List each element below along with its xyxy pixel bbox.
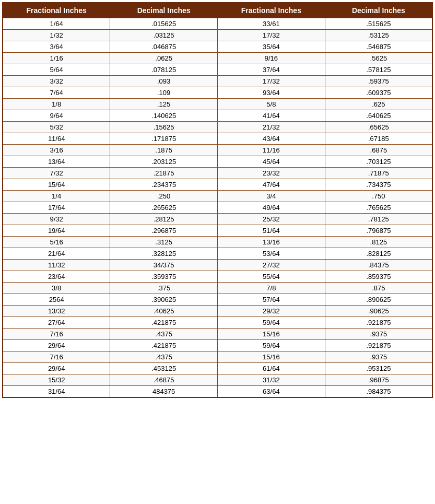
cell-fractional: 47/64 (217, 179, 325, 191)
cell-fractional: 3/4 (217, 191, 325, 202)
cell-fractional: 31/32 (217, 374, 325, 386)
cell-decimal: .046875 (110, 41, 218, 53)
cell-fractional: 15/16 (217, 329, 325, 340)
cell-fractional: 29/64 (3, 363, 110, 374)
cell-decimal: .609375 (325, 87, 432, 99)
cell-fractional: 57/64 (217, 294, 325, 306)
cell-decimal: .8125 (325, 237, 432, 248)
cell-decimal: .203125 (110, 156, 218, 168)
cell-fractional: 11/64 (3, 133, 110, 145)
cell-decimal: .65625 (325, 122, 432, 133)
cell-fractional: 45/64 (217, 156, 325, 168)
cell-decimal: .9375 (325, 329, 432, 340)
table-row: 1/8.1255/8.625 (3, 99, 432, 110)
cell-fractional: 49/64 (217, 202, 325, 214)
cell-decimal: .1875 (110, 145, 218, 156)
cell-fractional: 29/64 (3, 340, 110, 351)
cell-fractional: 55/64 (217, 271, 325, 283)
cell-decimal: .078125 (110, 64, 218, 76)
cell-decimal: .921875 (325, 317, 432, 329)
cell-decimal: .78125 (325, 214, 432, 225)
cell-fractional: 53/64 (217, 248, 325, 260)
cell-fractional: 21/64 (3, 248, 110, 260)
table-row: 3/32.09317/32.59375 (3, 76, 432, 87)
table-row: 3/16.187511/16.6875 (3, 145, 432, 156)
table-row: 27/64.42187559/64.921875 (3, 317, 432, 329)
header-decimal: Decimal Inches (110, 3, 218, 18)
cell-fractional: 7/8 (217, 283, 325, 294)
table-row: 11/3234/37527/32.84375 (3, 260, 432, 271)
table-row: 29/64.42187559/64.921875 (3, 340, 432, 351)
cell-decimal: .625 (325, 99, 432, 110)
cell-decimal: .4375 (110, 351, 218, 363)
cell-decimal: .578125 (325, 64, 432, 76)
cell-decimal: .953125 (325, 363, 432, 374)
table-row: 15/32.4687531/32.96875 (3, 374, 432, 386)
cell-fractional: 3/8 (3, 283, 110, 294)
table-row: 1/32.0312517/32.53125 (3, 30, 432, 41)
cell-decimal: .03125 (110, 30, 218, 41)
cell-fractional: 3/16 (3, 145, 110, 156)
cell-fractional: 23/32 (217, 168, 325, 179)
header-decimal: Decimal Inches (325, 3, 432, 18)
cell-decimal: .984375 (325, 386, 432, 398)
cell-decimal: .375 (110, 283, 218, 294)
cell-decimal: .15625 (110, 122, 218, 133)
cell-fractional: 1/16 (3, 53, 110, 64)
cell-decimal: .4375 (110, 329, 218, 340)
cell-fractional: 15/64 (3, 179, 110, 191)
cell-fractional: 59/64 (217, 340, 325, 351)
cell-decimal: .125 (110, 99, 218, 110)
cell-decimal: .734375 (325, 179, 432, 191)
cell-fractional: 13/32 (3, 306, 110, 317)
cell-decimal: .921875 (325, 340, 432, 351)
cell-decimal: .015625 (110, 18, 218, 30)
cell-fractional: 5/8 (217, 99, 325, 110)
cell-decimal: .640625 (325, 110, 432, 122)
table-row: 7/16.437515/16.9375 (3, 351, 432, 363)
cell-decimal: .515625 (325, 18, 432, 30)
cell-fractional: 27/32 (217, 260, 325, 271)
table-row: 1/4.2503/4.750 (3, 191, 432, 202)
cell-fractional: 1/64 (3, 18, 110, 30)
cell-decimal: .875 (325, 283, 432, 294)
cell-fractional: 13/16 (217, 237, 325, 248)
cell-fractional: 9/32 (3, 214, 110, 225)
cell-fractional: 7/64 (3, 87, 110, 99)
table-row: 17/64.26562549/64.765625 (3, 202, 432, 214)
cell-decimal: .765625 (325, 202, 432, 214)
cell-decimal: .90625 (325, 306, 432, 317)
cell-fractional: 41/64 (217, 110, 325, 122)
cell-decimal: .828125 (325, 248, 432, 260)
table-row: 7/16.437515/16.9375 (3, 329, 432, 340)
cell-decimal: .093 (110, 76, 218, 87)
cell-decimal: .84375 (325, 260, 432, 271)
cell-decimal: .5625 (325, 53, 432, 64)
cell-decimal: .859375 (325, 271, 432, 283)
table-row: 7/64.10993/64.609375 (3, 87, 432, 99)
cell-decimal: .140625 (110, 110, 218, 122)
cell-fractional: 1/4 (3, 191, 110, 202)
cell-decimal: .96875 (325, 374, 432, 386)
cell-decimal: .546875 (325, 41, 432, 53)
cell-decimal: .46875 (110, 374, 218, 386)
cell-decimal: .28125 (110, 214, 218, 225)
cell-decimal: .71875 (325, 168, 432, 179)
table-row: 21/64.32812553/64.828125 (3, 248, 432, 260)
table-row: 3/8.3757/8.875 (3, 283, 432, 294)
cell-fractional: 25/32 (217, 214, 325, 225)
cell-fractional: 29/32 (217, 306, 325, 317)
table-row: 23/64.35937555/64.859375 (3, 271, 432, 283)
cell-fractional: 51/64 (217, 225, 325, 237)
cell-fractional: 5/32 (3, 122, 110, 133)
cell-decimal: .296875 (110, 225, 218, 237)
cell-decimal: .265625 (110, 202, 218, 214)
cell-fractional: 33/61 (217, 18, 325, 30)
table-row: 9/64.14062541/64.640625 (3, 110, 432, 122)
cell-fractional: 23/64 (3, 271, 110, 283)
cell-decimal: .109 (110, 87, 218, 99)
table-row: 31/6448437563/64.984375 (3, 386, 432, 398)
cell-fractional: 37/64 (217, 64, 325, 76)
cell-fractional: 43/64 (217, 133, 325, 145)
table-row: 1/16.06259/16.5625 (3, 53, 432, 64)
